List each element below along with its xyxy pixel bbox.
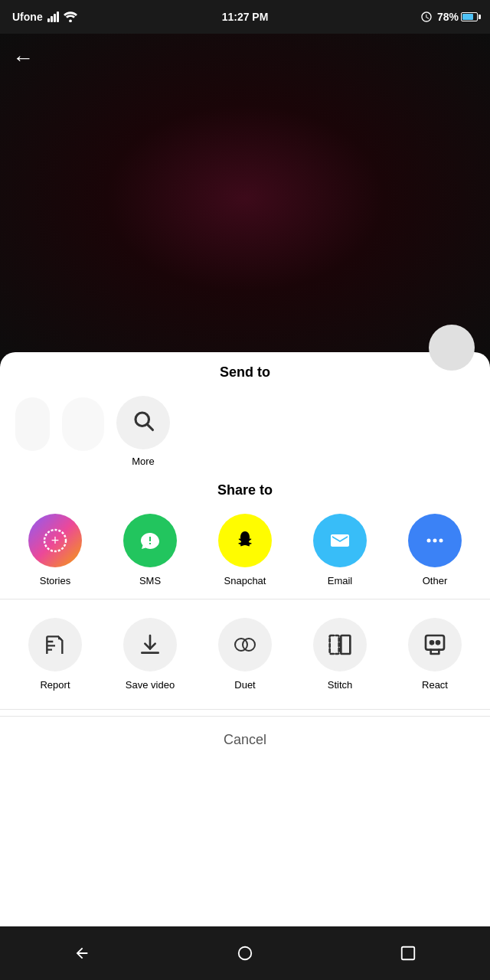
stories-icon-circle: + <box>28 514 82 567</box>
sms-svg <box>136 527 164 554</box>
svg-point-0 <box>69 19 72 22</box>
status-left: Ufone <box>12 11 77 23</box>
action-save-video[interactable]: Save video <box>123 618 177 691</box>
nav-home-icon <box>237 945 253 962</box>
divider-1 <box>0 599 490 599</box>
other-label: Other <box>423 575 448 586</box>
share-snapchat[interactable]: Snapchat <box>218 514 272 586</box>
partial-contact-left <box>15 397 50 466</box>
partial-avatar-1 <box>15 397 50 451</box>
other-icon-circle <box>408 514 462 567</box>
email-svg <box>326 527 354 554</box>
share-sms[interactable]: SMS <box>123 514 177 586</box>
wifi-icon <box>64 11 77 22</box>
carrier-text: Ufone <box>12 11 43 23</box>
search-circle <box>116 396 170 449</box>
cancel-button[interactable]: Cancel <box>0 732 490 748</box>
share-stories[interactable]: + Stories <box>28 514 82 586</box>
share-email[interactable]: Email <box>313 514 367 586</box>
stitch-icon-circle <box>313 618 367 671</box>
action-react[interactable]: React <box>408 618 462 691</box>
time-display: 11:27 PM <box>222 11 269 23</box>
react-label: React <box>422 679 448 691</box>
svg-line-2 <box>148 424 153 430</box>
svg-point-13 <box>430 641 433 644</box>
more-label: More <box>132 456 155 467</box>
back-button[interactable]: ← <box>12 46 34 70</box>
status-bar: Ufone 11:27 PM 78% <box>0 0 490 34</box>
contacts-row: More <box>0 396 490 467</box>
react-icon-circle <box>408 618 462 671</box>
action-row: Report Save video Duet <box>0 606 490 703</box>
svg-point-7 <box>439 539 443 543</box>
battery-indicator: 78% <box>437 11 478 23</box>
bottom-sheet: Send to More Share to <box>0 352 490 980</box>
share-other[interactable]: Other <box>408 514 462 586</box>
snapchat-label: Snapchat <box>224 575 266 586</box>
stories-label: Stories <box>40 575 70 586</box>
nav-home-button[interactable] <box>228 936 262 970</box>
cancel-section: Cancel <box>0 716 490 763</box>
battery-fill <box>462 14 473 20</box>
svg-point-15 <box>239 947 252 960</box>
svg-rect-12 <box>426 635 444 650</box>
action-report[interactable]: Report <box>28 618 82 691</box>
status-right: 78% <box>420 11 478 23</box>
send-to-title: Send to <box>0 364 490 381</box>
report-svg <box>43 632 67 657</box>
battery-icon <box>461 12 478 21</box>
divider-2 <box>0 709 490 710</box>
nav-back-button[interactable] <box>65 936 99 970</box>
svg-point-14 <box>436 641 439 644</box>
stories-svg: + <box>41 527 69 554</box>
stitch-label: Stitch <box>328 679 353 691</box>
svg-rect-10 <box>330 635 339 654</box>
search-icon <box>132 409 155 437</box>
partial-avatar-2 <box>62 397 104 451</box>
svg-point-6 <box>433 539 437 543</box>
other-svg <box>421 527 449 554</box>
svg-rect-16 <box>402 947 415 960</box>
nav-bar <box>0 926 490 980</box>
nav-recents-button[interactable] <box>391 936 425 970</box>
share-to-title: Share to <box>0 482 490 498</box>
react-svg <box>423 632 447 657</box>
email-label: Email <box>328 575 353 586</box>
nav-back-icon <box>74 945 90 962</box>
sms-label: SMS <box>139 575 161 586</box>
svg-rect-11 <box>341 635 350 654</box>
report-icon-circle <box>28 618 82 671</box>
svg-point-5 <box>427 539 431 543</box>
alarm-icon <box>420 11 433 23</box>
partial-contact-2 <box>62 397 104 466</box>
battery-percent: 78% <box>437 11 459 23</box>
save-video-icon-circle <box>123 618 177 671</box>
action-duet[interactable]: Duet <box>218 618 272 691</box>
stitch-svg <box>328 632 352 657</box>
floating-avatar <box>429 325 475 371</box>
signal-icon <box>47 11 59 22</box>
duet-icon-circle <box>218 618 272 671</box>
action-stitch[interactable]: Stitch <box>313 618 367 691</box>
duet-svg <box>231 631 259 658</box>
save-video-label: Save video <box>126 679 175 691</box>
snapchat-icon-circle <box>218 514 272 567</box>
sms-icon-circle <box>123 514 177 567</box>
more-search-item[interactable]: More <box>116 396 170 467</box>
svg-text:+: + <box>51 533 60 548</box>
nav-recents-icon <box>400 945 416 962</box>
share-row: + Stories SMS Snapchat <box>0 514 490 586</box>
video-area: ← <box>0 34 490 363</box>
report-label: Report <box>40 679 70 691</box>
svg-point-9 <box>243 639 255 651</box>
time-text: 11:27 PM <box>222 11 269 23</box>
snapchat-svg <box>231 527 259 554</box>
duet-label: Duet <box>234 679 255 691</box>
email-icon-circle <box>313 514 367 567</box>
save-video-svg <box>138 632 162 657</box>
